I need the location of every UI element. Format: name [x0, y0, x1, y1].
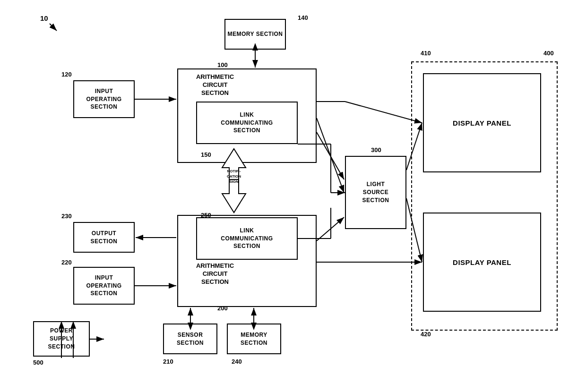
ref-250: 250	[201, 212, 211, 219]
arithmetic-bottom-label: ARITHMETIC CIRCUITSECTION	[184, 262, 246, 286]
ref-400: 400	[543, 50, 554, 57]
svg-line-19	[317, 217, 344, 241]
ref-420: 420	[421, 331, 431, 338]
notification-arrows: NOTIFI- CATION SIGN	[215, 146, 253, 215]
ref-410: 410	[421, 50, 431, 57]
link-top: LINKCOMMUNICATINGSECTION	[196, 102, 298, 144]
svg-text:SIGN: SIGN	[229, 179, 239, 184]
ref-200: 200	[217, 305, 228, 312]
svg-line-12	[317, 132, 344, 179]
svg-line-11	[345, 102, 422, 123]
ref-240: 240	[232, 358, 242, 365]
ref-100: 100	[217, 61, 228, 68]
svg-text:NOTIFI-: NOTIFI-	[227, 169, 241, 173]
diagram: 10 410 400 420 MEMORY SECTION 140 ARITHM…	[0, 0, 586, 392]
input-op-bottom: INPUTOPERATINGSECTION	[73, 267, 135, 305]
ref-210: 210	[163, 358, 173, 365]
output-section: OUTPUTSECTION	[73, 222, 135, 253]
ref-230: 230	[61, 213, 72, 220]
ref-120: 120	[61, 71, 72, 78]
light-source: LIGHTSOURCESECTION	[345, 156, 406, 229]
ref-220: 220	[61, 259, 72, 266]
sensor-section: SENSORSECTION	[163, 324, 217, 354]
display-panel-bottom: DISPLAY PANEL	[423, 213, 541, 312]
ref-150: 150	[201, 151, 211, 158]
link-bottom: LINKCOMMUNICATINGSECTION	[196, 217, 298, 260]
svg-marker-31	[222, 179, 246, 213]
ref-140: 140	[298, 14, 308, 21]
display-panel-top: DISPLAY PANEL	[423, 73, 541, 172]
memory-section-top: MEMORY SECTION	[224, 19, 286, 50]
ref-10: 10	[40, 14, 48, 22]
svg-text:CATION: CATION	[227, 174, 241, 179]
ref-300: 300	[371, 146, 381, 153]
ref-500: 500	[33, 359, 43, 366]
svg-line-9	[317, 118, 344, 193]
input-op-top: INPUTOPERATINGSECTION	[73, 80, 135, 118]
arithmetic-top-label: ARITHMETIC CIRCUITSECTION	[184, 73, 246, 97]
power-section: POWERSUPPLYSECTION	[33, 321, 90, 357]
svg-line-6	[50, 24, 57, 31]
memory-section-bottom: MEMORYSECTION	[227, 324, 281, 354]
